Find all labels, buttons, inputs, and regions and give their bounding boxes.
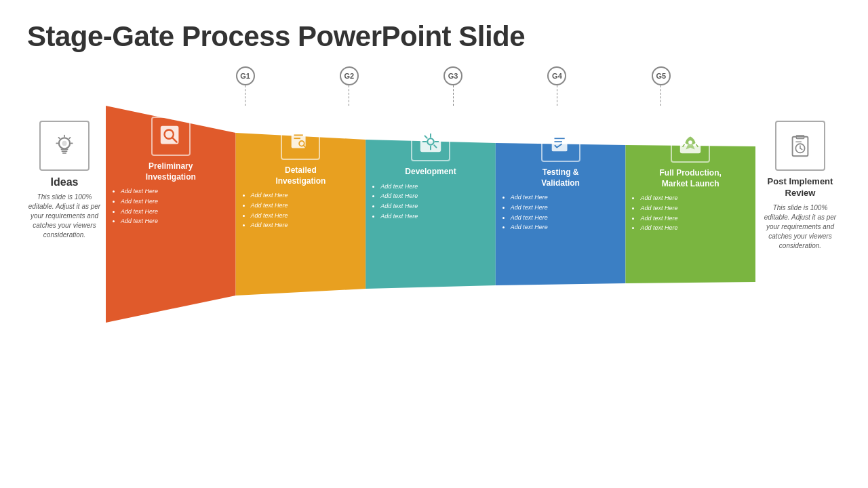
search-icon <box>158 123 184 149</box>
svg-point-32 <box>688 140 692 144</box>
stage-3-bullets: Add text Here Add text Here Add text Her… <box>371 183 490 223</box>
stage-1-bullet-1: Add text Here <box>121 188 231 196</box>
gate-5-marker: G5 <box>652 66 671 106</box>
gate-5-label: G5 <box>652 66 671 85</box>
ideas-label: Ideas <box>51 176 79 188</box>
stage-3-bullet-4: Add text Here <box>380 213 490 221</box>
post-review-description: This slide is 100% editable. Adjust it a… <box>760 203 841 251</box>
rocket-icon <box>677 130 703 156</box>
post-review-label: Post Implement Review <box>760 176 841 199</box>
ideas-description: This slide is 100% editable. Adjust it a… <box>27 192 102 240</box>
stage-4-icon-box <box>541 123 580 162</box>
svg-line-3 <box>69 138 70 138</box>
gate-4-label: G4 <box>547 66 566 85</box>
stage-2-icon-box <box>281 121 320 160</box>
stage-5-bullet-2: Add text Here <box>640 205 750 213</box>
settings-code-icon <box>418 129 443 155</box>
gate-3-label: G3 <box>443 66 462 85</box>
stage-1-bullet-4: Add text Here <box>121 218 231 226</box>
stage-4-bullet-4: Add text Here <box>511 224 620 232</box>
stage-2-bullet-4: Add text Here <box>251 222 361 230</box>
stages-content: PreliminaryInvestigation Add text Here A… <box>106 106 755 323</box>
stage-4-bullet-1: Add text Here <box>511 194 620 202</box>
stage-1-title: PreliminaryInvestigation <box>146 161 196 182</box>
stage-2-bullets: Add text Here Add text Here Add text Her… <box>241 192 361 232</box>
gate-3-marker: G3 <box>443 66 462 106</box>
svg-line-4 <box>58 138 59 138</box>
stage-1-bullets: Add text Here Add text Here Add text Her… <box>111 188 231 228</box>
stage-3-bullet-3: Add text Here <box>380 203 490 211</box>
funnel-area: PreliminaryInvestigation Add text Here A… <box>106 106 755 323</box>
stage-4-bullet-3: Add text Here <box>511 214 620 222</box>
stage-5-col: Full Production,Market Launch Add text H… <box>625 106 755 323</box>
stage-3-bullet-2: Add text Here <box>380 192 490 201</box>
stage-5-bullet-1: Add text Here <box>640 195 750 203</box>
stage-4-bullet-2: Add text Here <box>511 204 620 212</box>
stage-1-icon-box <box>151 117 191 156</box>
stage-3-bullet-1: Add text Here <box>380 183 490 191</box>
slide-title: Stage-Gate Process PowerPoint Slide <box>27 20 841 53</box>
slide-container: Stage-Gate Process PowerPoint Slide Idea… <box>0 0 868 488</box>
stage-4-bullets: Add text Here Add text Here Add text Her… <box>501 194 620 234</box>
stage-4-col: Testing &Validation Add text Here Add te… <box>496 106 626 323</box>
gate-2-label: G2 <box>340 66 359 85</box>
gate-markers-row: G1 G2 G3 G4 <box>106 66 755 106</box>
stage-2-bullet-3: Add text Here <box>251 212 361 220</box>
gate-1-label: G1 <box>236 66 255 85</box>
stage-2-col: DetailedInvestigation Add text Here Add … <box>236 106 366 323</box>
ideas-section: Ideas This slide is 100% editable. Adjus… <box>27 107 102 240</box>
stage-5-bullets: Add text Here Add text Here Add text Her… <box>631 195 750 235</box>
stage-3-col: Development Add text Here Add text Here … <box>366 106 496 323</box>
stage-2-bullet-1: Add text Here <box>251 192 361 200</box>
stage-1-col: PreliminaryInvestigation Add text Here A… <box>106 106 236 323</box>
stage-5-bullet-3: Add text Here <box>640 215 750 223</box>
stage-5-icon-box <box>671 123 710 163</box>
stage-2-title: DetailedInvestigation <box>275 165 326 186</box>
post-review-section: Post Implement Review This slide is 100%… <box>760 107 841 251</box>
stage-5-bullet-4: Add text Here <box>640 224 750 232</box>
document-check-icon <box>548 129 574 155</box>
stage-4-title: Testing &Validation <box>541 167 580 188</box>
stage-3-title: Development <box>405 167 456 178</box>
stage-1-bullet-2: Add text Here <box>121 198 231 206</box>
lightbulb-icon <box>52 134 77 158</box>
stage-3-icon-box <box>411 122 450 161</box>
clipboard-clock-icon <box>787 133 813 159</box>
gate-2-marker: G2 <box>340 66 359 106</box>
post-review-icon-box <box>775 121 825 171</box>
stage-5-title: Full Production,Market Launch <box>660 168 722 189</box>
svg-line-39 <box>800 148 802 150</box>
gate-4-marker: G4 <box>547 66 566 106</box>
stage-2-bullet-2: Add text Here <box>251 202 361 210</box>
svg-point-1 <box>62 141 66 146</box>
document-search-icon <box>288 127 313 153</box>
stage-1-bullet-3: Add text Here <box>121 208 231 216</box>
gate-1-marker: G1 <box>236 66 255 106</box>
ideas-icon-box <box>39 121 90 171</box>
